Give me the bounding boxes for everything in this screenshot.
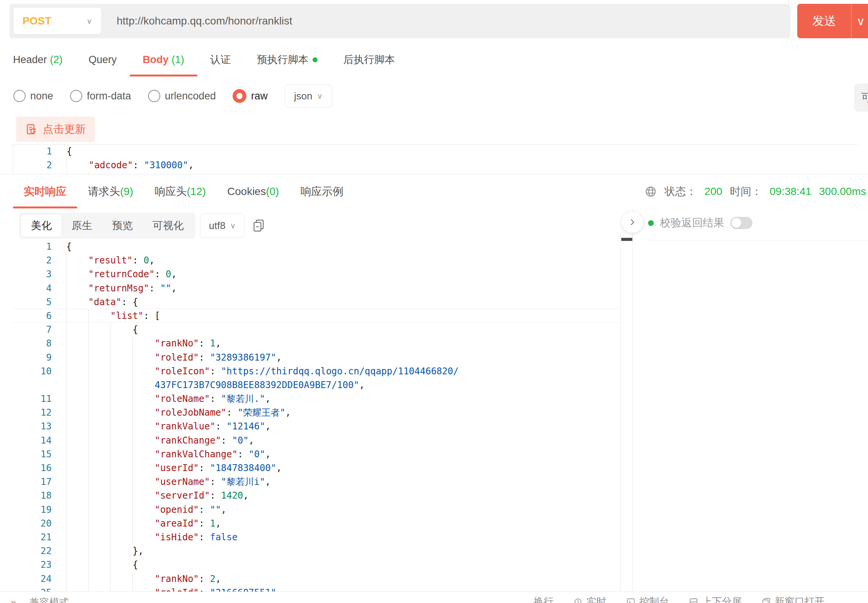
body-type-radio-form-data[interactable]: form-data — [70, 90, 131, 102]
globe-icon — [645, 185, 657, 198]
line-number: 7 — [13, 323, 66, 336]
code-token: "2166607551" — [210, 586, 276, 592]
code-token: 1 — [210, 336, 215, 350]
code-token: 437FC173B7C908B8EE88392DDE0A9BE7/100" — [155, 378, 359, 392]
request-tab-2[interactable]: Body(1) — [130, 43, 197, 76]
code-line: 14"rankChange": "0", — [13, 434, 620, 447]
request-tab-label: 预执行脚本 — [257, 53, 309, 67]
code-line: 16"userId": "1847838400", — [13, 461, 620, 475]
clock-icon — [573, 597, 583, 603]
update-button[interactable]: 点击更新 — [16, 117, 95, 142]
request-tab-3[interactable]: 认证 — [197, 43, 244, 76]
encoding-dropdown[interactable]: utf8 ∨ — [200, 213, 244, 238]
footer-item-label: 控制台 — [639, 595, 669, 603]
code-token: , — [215, 336, 221, 350]
line-number: 1 — [13, 145, 67, 158]
code-token: "openid" — [155, 503, 199, 517]
code-text: "returnCode": 0, — [66, 267, 177, 281]
code-line: 17"userName": "黎若川i", — [13, 475, 620, 489]
format-dropdown[interactable]: json∨ — [285, 85, 332, 107]
code-token: "3289386197" — [210, 351, 276, 364]
code-text: "adcode": "310000", — [67, 158, 194, 172]
code-line: 18"serverId": 1420, — [13, 489, 620, 502]
method-dropdown[interactable]: POST ∨ — [13, 8, 101, 34]
collapse-panel-button[interactable] — [622, 211, 643, 233]
view-mode-0[interactable]: 美化 — [21, 215, 62, 237]
time-value: 09:38:41 — [770, 185, 811, 198]
copy-button[interactable] — [252, 219, 265, 232]
response-tab-label: 响应示例 — [300, 184, 343, 199]
footer-item-0[interactable]: 换行 — [534, 595, 554, 603]
line-number: 17 — [13, 475, 66, 489]
response-tab-0[interactable]: 实时响应 — [13, 174, 77, 208]
code-token: "黎若川." — [221, 392, 265, 406]
footer-item-1[interactable]: 实时 — [573, 595, 606, 603]
body-type-radio-none[interactable]: none — [13, 90, 53, 102]
code-line: 5"data": { — [13, 295, 620, 309]
footer-item-3[interactable]: 上下分屏 — [689, 595, 742, 603]
send-more-chevron-icon[interactable]: ∨ — [857, 15, 865, 28]
footer-item-2[interactable]: 控制台 — [626, 595, 669, 603]
view-mode-3[interactable]: 可视化 — [143, 215, 194, 237]
code-token: 0 — [166, 267, 171, 281]
footer-item-4[interactable]: 新窗口打开 — [762, 595, 824, 603]
toggle-knob — [731, 218, 741, 228]
expand-footer-icon[interactable]: » — [11, 596, 16, 603]
request-tab-1[interactable]: Query — [76, 43, 130, 76]
code-text: "areaId": 1, — [66, 517, 221, 530]
line-number: 2 — [13, 158, 67, 172]
code-text: { — [66, 558, 138, 572]
request-body-editor[interactable]: 1{2"adcode": "310000", — [13, 144, 859, 174]
footer-item-label: 新窗口打开 — [775, 595, 824, 603]
code-token: : — [215, 419, 226, 433]
code-text: "roleId": "3289386197", — [66, 351, 282, 364]
indent-guides — [66, 254, 88, 267]
request-tab-4[interactable]: 预执行脚本 — [244, 43, 331, 76]
send-divider — [851, 4, 852, 38]
body-type-radio-urlencoded[interactable]: urlencoded — [148, 90, 216, 102]
request-tab-0[interactable]: Header(2) — [0, 43, 76, 76]
code-line: 21"isHide": false — [13, 530, 620, 544]
response-tab-4[interactable]: 响应示例 — [290, 174, 354, 208]
footer-item-label: 实时 — [586, 595, 606, 603]
line-number: 5 — [13, 295, 66, 309]
code-token: "0" — [232, 434, 248, 447]
tab-count-badge: (0) — [266, 185, 279, 198]
request-tab-label: 认证 — [210, 53, 231, 67]
code-text: "rankValChange": "0", — [66, 447, 271, 461]
code-token: { — [132, 323, 138, 336]
corner-clipped-button[interactable]: 可 — [854, 83, 868, 112]
validate-toggle[interactable] — [730, 217, 752, 229]
chevron-down-icon: ∨ — [230, 221, 236, 230]
code-token: "userName" — [155, 475, 210, 489]
response-scrollbar[interactable] — [620, 234, 632, 592]
code-token: : — [199, 503, 210, 517]
footer-mode-label[interactable]: 兼容模式 — [29, 596, 69, 603]
code-token: { — [66, 240, 72, 254]
code-token: "黎若川i" — [221, 475, 265, 489]
code-token: , — [215, 572, 221, 586]
scrollbar-thumb[interactable] — [621, 238, 633, 241]
response-tab-label: 请求头 — [88, 184, 120, 199]
request-tab-5[interactable]: 后执行脚本 — [331, 43, 408, 76]
view-mode-2[interactable]: 预览 — [102, 215, 143, 237]
response-tab-1[interactable]: 请求头(9) — [77, 174, 144, 208]
response-tab-3[interactable]: Cookies(0) — [217, 174, 290, 208]
response-tab-2[interactable]: 响应头(12) — [144, 174, 217, 208]
indent-guides — [66, 295, 88, 309]
code-token: : — [210, 489, 221, 502]
body-type-radio-raw[interactable]: raw — [233, 89, 268, 103]
console-icon — [626, 597, 635, 603]
view-mode-1[interactable]: 原生 — [62, 215, 102, 237]
url-input[interactable] — [117, 4, 782, 38]
code-token: "1847838400" — [210, 461, 276, 475]
code-text: "openid": "", — [66, 503, 226, 517]
response-body-viewer[interactable]: 1{2"result": 0,3"returnCode": 0,4"return… — [13, 240, 620, 592]
body-type-label: none — [30, 90, 53, 102]
code-token: "rankChange" — [155, 434, 221, 447]
time-label: 时间： — [730, 184, 762, 199]
send-button[interactable]: 发送 ∨ — [797, 4, 868, 38]
update-button-label: 点击更新 — [43, 122, 86, 137]
code-token: "rankNo" — [155, 572, 199, 586]
indent-guides — [66, 489, 155, 502]
